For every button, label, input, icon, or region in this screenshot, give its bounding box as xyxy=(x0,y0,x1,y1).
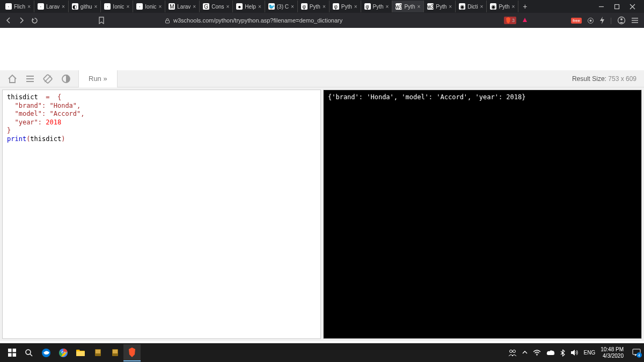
browser-tab[interactable]: ·Ionic× xyxy=(133,1,165,12)
brave-wallet-icon[interactable] xyxy=(587,17,594,24)
notification-icon[interactable]: 4 xyxy=(632,349,641,357)
browser-tab[interactable]: φPyth× xyxy=(298,1,330,12)
tab-title: Dicti xyxy=(467,4,478,10)
ws-toolbar: Run » Result Size: 753 x 609 xyxy=(0,70,644,87)
profile-icon[interactable] xyxy=(617,16,626,25)
brave-rewards-icon[interactable] xyxy=(522,17,528,24)
browser-tab[interactable]: ◉Pyth× xyxy=(487,1,518,12)
tab-close-icon[interactable]: × xyxy=(27,4,31,10)
volume-icon[interactable] xyxy=(570,349,579,356)
file-explorer-icon[interactable] xyxy=(72,344,89,361)
tab-favicon: φ xyxy=(301,3,308,10)
menu-bars-icon[interactable] xyxy=(26,75,34,83)
tab-close-icon[interactable]: × xyxy=(126,4,129,10)
svg-point-22 xyxy=(26,350,31,354)
tab-favicon: · xyxy=(5,3,12,10)
url-text: w3schools.com/python/trypython.asp?filen… xyxy=(173,17,342,24)
tab-close-icon[interactable]: × xyxy=(323,4,326,10)
onedrive-icon[interactable] xyxy=(546,350,555,356)
bookmark-icon[interactable] xyxy=(98,17,105,24)
code-editor[interactable]: thisdict = { "brand": "Honda", "model": … xyxy=(2,90,321,339)
tab-favicon: · xyxy=(38,3,44,10)
tab-close-icon[interactable]: × xyxy=(417,4,420,10)
browser-tab[interactable]: ◐githu× xyxy=(69,1,101,12)
theme-toggle-icon[interactable] xyxy=(61,74,71,84)
start-button[interactable] xyxy=(3,344,20,361)
tab-close-icon[interactable]: × xyxy=(354,4,357,10)
run-button[interactable]: Run » xyxy=(78,70,118,87)
tray-chevron-icon[interactable] xyxy=(522,351,528,354)
svg-rect-18 xyxy=(8,349,12,352)
svg-rect-21 xyxy=(12,353,16,357)
tab-close-icon[interactable]: × xyxy=(449,4,452,10)
app-icon-2[interactable] xyxy=(106,344,123,361)
nav-forward-icon[interactable] xyxy=(18,17,25,24)
tab-favicon: φ xyxy=(364,3,371,10)
brave-shield-badge[interactable]: 3 xyxy=(504,17,516,24)
app-icon-1[interactable] xyxy=(89,344,106,361)
tab-favicon: ● xyxy=(236,3,243,10)
bluetooth-icon[interactable] xyxy=(560,349,565,357)
brave-taskbar-icon[interactable] xyxy=(123,344,141,361)
browser-tab[interactable]: ●Help× xyxy=(233,1,265,12)
tab-close-icon[interactable]: × xyxy=(62,4,65,10)
new-tab-button[interactable]: + xyxy=(518,1,531,12)
free-extension-icon[interactable]: free xyxy=(571,18,582,24)
tab-favicon: G xyxy=(203,3,209,10)
wifi-icon[interactable] xyxy=(533,350,541,356)
tab-title: Pyth xyxy=(436,4,447,10)
tab-favicon: 🐦 xyxy=(268,3,275,10)
minimize-window-icon[interactable] xyxy=(598,4,604,10)
tab-close-icon[interactable]: × xyxy=(291,4,294,10)
browser-tab[interactable]: ·Larav× xyxy=(34,1,69,12)
tab-favicon: φ xyxy=(333,3,339,10)
close-window-icon[interactable] xyxy=(630,4,635,10)
browser-tab[interactable]: φPyth× xyxy=(361,1,393,12)
windows-taskbar: ENG 10:48 PM 4/3/2020 4 xyxy=(0,343,644,362)
people-icon[interactable] xyxy=(508,349,517,357)
menu-icon[interactable] xyxy=(631,17,639,24)
language-indicator[interactable]: ENG xyxy=(584,350,596,356)
tab-close-icon[interactable]: × xyxy=(258,4,261,10)
browser-tab[interactable]: ·Flich× xyxy=(2,1,34,12)
tab-close-icon[interactable]: × xyxy=(193,4,196,10)
nav-reload-icon[interactable] xyxy=(31,17,38,24)
browser-tab[interactable]: ·Ionic× xyxy=(101,1,133,12)
tab-close-icon[interactable]: × xyxy=(386,4,389,10)
browser-tab[interactable]: 🐦(3) C× xyxy=(265,1,298,12)
tab-title: Ionic xyxy=(113,4,124,10)
browser-tab[interactable]: w3Pyth× xyxy=(424,1,456,12)
maximize-window-icon[interactable] xyxy=(614,4,620,10)
home-icon[interactable] xyxy=(8,75,17,83)
svg-line-23 xyxy=(30,354,32,356)
browser-tab[interactable]: φPyth× xyxy=(330,1,361,12)
nav-bar: w3schools.com/python/trypython.asp?filen… xyxy=(0,13,644,28)
browser-tab[interactable]: ◉Dicti× xyxy=(456,1,487,12)
bolt-icon[interactable] xyxy=(599,17,605,24)
tab-title: Pyth xyxy=(373,4,384,10)
tab-close-icon[interactable]: × xyxy=(480,4,484,10)
tab-close-icon[interactable]: × xyxy=(226,4,230,10)
svg-point-33 xyxy=(509,350,512,352)
system-tray: ENG 10:48 PM 4/3/2020 4 xyxy=(508,346,641,359)
tab-close-icon[interactable]: × xyxy=(511,4,515,10)
tab-title: (3) C xyxy=(277,4,289,10)
orientation-icon[interactable] xyxy=(43,74,53,84)
nav-back-icon[interactable] xyxy=(5,17,12,24)
browser-tab[interactable]: w3Pyth× xyxy=(392,1,424,12)
browser-tab[interactable]: MLarav× xyxy=(165,1,200,12)
url-bar[interactable]: w3schools.com/python/trypython.asp?filen… xyxy=(165,17,342,24)
edge-icon[interactable] xyxy=(38,344,55,361)
tab-title: Help xyxy=(245,4,256,10)
search-icon[interactable] xyxy=(20,344,38,361)
browser-tab[interactable]: GCons× xyxy=(200,1,233,12)
svg-point-6 xyxy=(589,19,591,21)
tab-title: Larav xyxy=(46,4,60,10)
tab-close-icon[interactable]: × xyxy=(94,4,98,10)
vertical-divider: | xyxy=(610,17,612,24)
clock[interactable]: 10:48 PM 4/3/2020 xyxy=(601,346,627,359)
chrome-icon[interactable] xyxy=(55,344,72,361)
nav-right: 3 free | xyxy=(504,16,639,25)
tab-close-icon[interactable]: × xyxy=(158,4,162,10)
tab-favicon: M xyxy=(169,3,175,10)
